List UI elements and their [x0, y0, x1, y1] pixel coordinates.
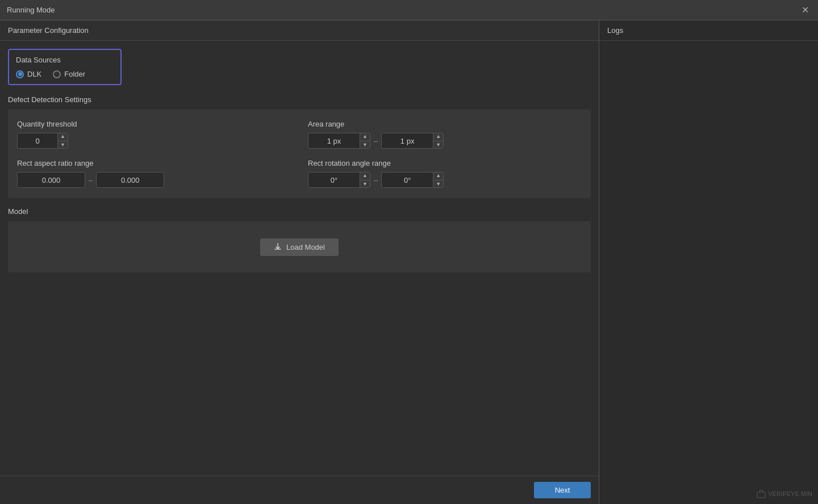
rect-rotation-angle-field: Rect rotation angle range ▲ ▼ – — [308, 159, 582, 188]
rect-aspect-ratio-max-input[interactable] — [96, 172, 164, 188]
area-range-max-down[interactable]: ▼ — [433, 141, 443, 149]
watermark-icon — [757, 489, 766, 498]
area-range-min-input[interactable] — [308, 137, 360, 145]
rect-aspect-ratio-dash: – — [89, 176, 93, 184]
area-range-min-spinners: ▲ ▼ — [360, 133, 370, 149]
load-model-label: Load Model — [286, 243, 325, 251]
rect-rotation-angle-row: ▲ ▼ – ▲ ▼ — [308, 172, 582, 188]
rect-rotation-min-wrap: ▲ ▼ — [308, 172, 370, 188]
quantity-threshold-spinners: ▲ ▼ — [57, 133, 68, 149]
defect-detection-card: Quantity threshold ▲ ▼ — [8, 110, 591, 198]
radio-option-dlk[interactable]: DLK — [16, 70, 41, 78]
next-button[interactable]: Next — [534, 482, 591, 498]
quantity-threshold-field: Quantity threshold ▲ ▼ — [17, 120, 291, 149]
area-range-max-spinners: ▲ ▼ — [433, 133, 443, 149]
area-range-max-up[interactable]: ▲ — [433, 133, 443, 141]
left-panel: Parameter Configuration Data Sources DLK… — [0, 20, 599, 504]
title-bar: Running Mode ✕ — [0, 0, 818, 20]
radio-option-folder[interactable]: Folder — [53, 70, 85, 78]
data-sources-box: Data Sources DLK Folder — [8, 49, 122, 85]
radio-label-dlk: DLK — [27, 70, 41, 78]
rect-aspect-ratio-min-input[interactable] — [17, 172, 85, 188]
left-content: Data Sources DLK Folder Defect Detection… — [0, 41, 599, 476]
close-button[interactable]: ✕ — [799, 4, 811, 16]
quantity-threshold-row: ▲ ▼ — [17, 133, 291, 149]
data-sources-radio-group: DLK Folder — [16, 70, 114, 78]
rect-rotation-max-spinners: ▲ ▼ — [433, 172, 443, 188]
bottom-bar: Next — [0, 476, 599, 504]
rect-rotation-min-down[interactable]: ▼ — [360, 180, 370, 188]
defect-detection-form: Quantity threshold ▲ ▼ — [17, 120, 582, 188]
window-title: Running Mode — [7, 6, 55, 14]
area-range-dash: – — [374, 137, 378, 145]
area-range-row: ▲ ▼ – ▲ ▼ — [308, 133, 582, 149]
rect-rotation-max-wrap: ▲ ▼ — [381, 172, 444, 188]
area-range-label: Area range — [308, 120, 582, 128]
watermark: VERIFEYE MIN — [757, 489, 812, 498]
rect-rotation-min-input[interactable] — [308, 176, 360, 184]
data-sources-title: Data Sources — [16, 56, 114, 64]
radio-circle-dlk — [16, 70, 24, 78]
right-panel: Logs — [599, 20, 818, 504]
radio-circle-folder — [53, 70, 61, 78]
rect-rotation-min-up[interactable]: ▲ — [360, 172, 370, 180]
param-config-header: Parameter Configuration — [0, 20, 599, 41]
rect-rotation-dash: – — [374, 176, 378, 184]
main-layout: Parameter Configuration Data Sources DLK… — [0, 20, 818, 504]
rect-rotation-max-down[interactable]: ▼ — [433, 180, 443, 188]
rect-rotation-max-input[interactable] — [382, 176, 433, 184]
rect-rotation-min-spinners: ▲ ▼ — [360, 172, 370, 188]
radio-label-folder: Folder — [64, 70, 85, 78]
svg-rect-0 — [757, 492, 765, 498]
model-card: Load Model — [8, 221, 591, 272]
watermark-text: VERIFEYE MIN — [768, 490, 812, 497]
rect-aspect-ratio-field: Rect aspect ratio range – — [17, 159, 291, 188]
area-range-max-wrap: ▲ ▼ — [381, 133, 444, 149]
area-range-min-wrap: ▲ ▼ — [308, 133, 370, 149]
logs-header: Logs — [599, 20, 818, 41]
rect-rotation-angle-label: Rect rotation angle range — [308, 159, 582, 167]
defect-detection-title: Defect Detection Settings — [8, 95, 591, 104]
area-range-max-input[interactable] — [382, 137, 433, 145]
quantity-threshold-up[interactable]: ▲ — [58, 133, 68, 141]
area-range-field: Area range ▲ ▼ – — [308, 120, 582, 149]
area-range-min-up[interactable]: ▲ — [360, 133, 370, 141]
load-model-button[interactable]: Load Model — [260, 238, 339, 256]
model-title: Model — [8, 207, 591, 216]
rect-rotation-max-up[interactable]: ▲ — [433, 172, 443, 180]
area-range-min-down[interactable]: ▼ — [360, 141, 370, 149]
rect-aspect-ratio-label: Rect aspect ratio range — [17, 159, 291, 167]
quantity-threshold-down[interactable]: ▼ — [58, 141, 68, 149]
rect-aspect-ratio-row: – — [17, 172, 291, 188]
download-icon — [274, 243, 282, 251]
quantity-threshold-input[interactable] — [18, 137, 57, 145]
quantity-threshold-label: Quantity threshold — [17, 120, 291, 128]
quantity-threshold-input-wrap: ▲ ▼ — [17, 133, 68, 149]
